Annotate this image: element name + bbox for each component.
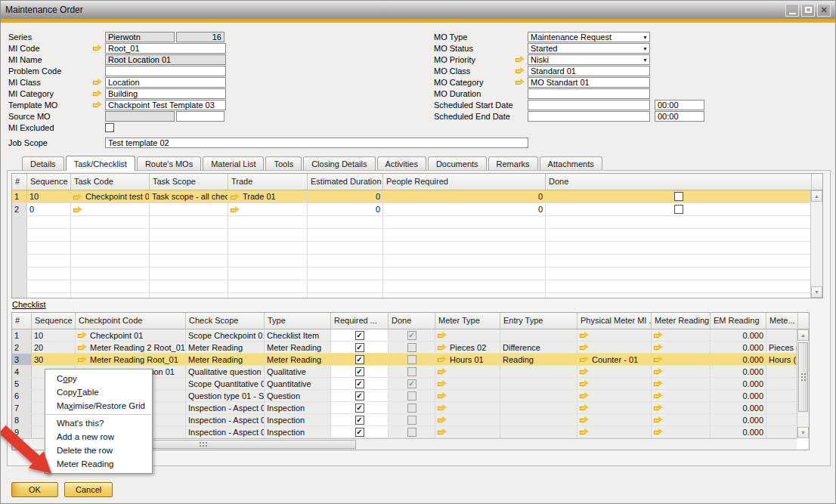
context-menu-item-copy-table[interactable]: Copy Table	[45, 385, 152, 399]
cell-sequence[interactable]: 10	[32, 329, 76, 341]
link-arrow-icon[interactable]	[438, 391, 447, 400]
cell-num[interactable]: 5	[12, 378, 32, 389]
context-menu-item-add-a-new-row[interactable]: Add a new row	[45, 430, 152, 444]
cell-physical_meter[interactable]	[577, 342, 652, 353]
link-arrow-icon[interactable]	[93, 44, 103, 52]
cell-physical_meter[interactable]	[577, 378, 652, 389]
column-header-entry_type[interactable]: Entry Type	[500, 313, 577, 329]
cell-done[interactable]	[546, 203, 812, 215]
column-header-check_scope[interactable]: Check Scope	[186, 313, 265, 329]
mi-excluded-checkbox[interactable]	[105, 123, 114, 132]
cell-required[interactable]: ✓	[331, 342, 389, 353]
cell-checkpoint_code[interactable]: Meter Reading Root_01	[76, 354, 186, 365]
minimize-button[interactable]	[785, 4, 799, 17]
checkbox[interactable]: ✓	[355, 343, 364, 352]
cell-meter_type[interactable]	[435, 402, 500, 413]
cell-meter_uom[interactable]	[766, 366, 798, 377]
cell-task_code[interactable]	[71, 203, 150, 215]
link-arrow-icon[interactable]	[438, 379, 447, 388]
scroll-down-icon[interactable]: ▼	[797, 427, 809, 438]
source-mo-field[interactable]	[176, 111, 224, 122]
column-header-done[interactable]: Done	[546, 174, 812, 190]
link-arrow-icon[interactable]	[438, 343, 447, 351]
cell-people_required[interactable]: 0	[383, 203, 546, 215]
cell-num[interactable]: 1	[12, 329, 32, 341]
mi-category-field[interactable]: Building	[105, 88, 226, 99]
cell-entry_type[interactable]	[500, 366, 577, 377]
cell-em_reading[interactable]: 0.000	[711, 414, 766, 425]
scroll-down-icon[interactable]: ▼	[811, 286, 822, 298]
cell-check_scope[interactable]: Inspection - Aspect 01,	[186, 414, 265, 425]
column-header-checkpoint_code[interactable]: Checkpoint Code	[76, 313, 186, 329]
scroll-up-icon[interactable]: ▲	[797, 329, 809, 341]
cell-physical_meter[interactable]	[577, 414, 652, 425]
cell-meter_uom[interactable]	[766, 402, 798, 413]
tab-attachments[interactable]: Attachments	[540, 156, 602, 170]
link-arrow-icon[interactable]	[580, 331, 590, 339]
cell-done[interactable]	[389, 426, 435, 438]
cell-num[interactable]: 3	[12, 354, 32, 365]
checkbox[interactable]: ✓	[355, 404, 364, 413]
checkbox[interactable]: ✓	[407, 331, 416, 340]
checkbox[interactable]	[407, 343, 416, 352]
cell-em_reading[interactable]: 0.000	[711, 402, 766, 413]
tab-details[interactable]: Details	[22, 156, 64, 170]
column-header-meter_reading[interactable]: Meter Reading	[652, 313, 711, 329]
checkbox[interactable]	[407, 416, 416, 425]
cell-physical_meter[interactable]	[577, 390, 652, 401]
cell-entry_type[interactable]	[500, 390, 577, 401]
cell-type[interactable]: Qualitative	[265, 366, 331, 377]
cell-task_code[interactable]: Checkpoint test 01	[71, 190, 150, 203]
context-menu-item-delete-the-row[interactable]: Delete the row	[45, 444, 152, 457]
cell-done[interactable]: ✓	[389, 378, 435, 389]
link-arrow-icon[interactable]	[580, 391, 590, 400]
cell-type[interactable]: Inspection	[265, 402, 331, 413]
template-mo-field[interactable]: Chackpoint Test Template 03	[105, 100, 226, 110]
cell-type[interactable]: Question	[265, 390, 331, 401]
table-row[interactable]: 2000	[12, 203, 822, 216]
tab-remarks[interactable]: Remarks	[488, 156, 538, 170]
cell-done[interactable]	[389, 342, 435, 353]
column-header-em_reading[interactable]: EM Reading	[711, 313, 766, 329]
cell-check_scope[interactable]: Meter Reading	[186, 354, 265, 365]
checkbox[interactable]	[407, 428, 416, 437]
cell-meter_reading[interactable]	[652, 354, 711, 365]
cell-required[interactable]: ✓	[331, 354, 389, 365]
tab-material-list[interactable]: Material List	[203, 156, 264, 170]
cell-em_reading[interactable]: 0.000	[711, 329, 766, 341]
link-arrow-icon[interactable]	[231, 193, 240, 201]
cancel-button[interactable]: Cancel	[64, 482, 113, 497]
cell-checkpoint_code[interactable]: Meter Reading 2 Root_01	[76, 342, 186, 353]
cell-people_required[interactable]: 0	[383, 190, 546, 203]
vertical-scroll-thumb[interactable]	[798, 342, 808, 412]
mo-class-field[interactable]: Standard 01	[528, 66, 650, 76]
table-row[interactable]: 110Checkpoint test 01Task scope - all ch…	[12, 190, 822, 203]
cell-est_duration[interactable]: 0	[308, 203, 383, 215]
column-header-physical_meter[interactable]: Physical Meter MI ...	[577, 313, 652, 329]
checkbox[interactable]: ✓	[355, 355, 364, 364]
cell-meter_type[interactable]: Pieces 02	[435, 342, 500, 353]
mo-type-field[interactable]: Maintenance Request	[528, 32, 650, 42]
scroll-up-icon[interactable]: ▲	[811, 190, 822, 202]
tab-route-s-mos[interactable]: Route's MOs	[137, 156, 201, 170]
column-header-meter_uom[interactable]: Mete...	[766, 313, 798, 329]
checkbox[interactable]	[407, 367, 416, 376]
cell-required[interactable]: ✓	[331, 426, 389, 438]
checklist-link[interactable]: Checklist	[12, 300, 46, 309]
cell-meter_uom[interactable]: Pieces (	[766, 342, 798, 353]
link-arrow-icon[interactable]	[580, 404, 590, 412]
cell-check_scope[interactable]: Inspection - Aspect 01,	[186, 402, 265, 413]
checklist-vertical-scrollbar[interactable]: ▲ ▼	[797, 329, 809, 438]
cell-em_reading[interactable]: 0.000	[711, 378, 766, 389]
cell-entry_type[interactable]: Difference	[500, 342, 577, 353]
link-arrow-icon[interactable]	[654, 367, 664, 376]
cell-physical_meter[interactable]	[577, 329, 652, 341]
link-arrow-icon[interactable]	[73, 193, 83, 201]
column-header-task_code[interactable]: Task Code	[71, 174, 150, 190]
checkbox[interactable]	[407, 404, 416, 413]
cell-entry_type[interactable]	[500, 378, 577, 389]
maximize-button[interactable]	[801, 4, 815, 17]
column-header-sequence[interactable]: Sequence	[32, 313, 76, 329]
checkbox[interactable]: ✓	[355, 391, 364, 400]
link-arrow-icon[interactable]	[73, 206, 83, 214]
